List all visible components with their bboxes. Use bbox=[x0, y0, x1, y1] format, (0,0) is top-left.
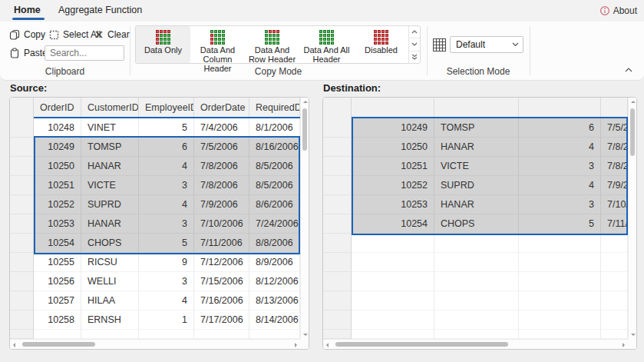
cell[interactable]: 10251 bbox=[34, 176, 81, 195]
cell[interactable]: 4 bbox=[139, 195, 194, 214]
cell[interactable]: 10252 bbox=[352, 176, 434, 195]
cell[interactable]: 10250 bbox=[34, 157, 81, 176]
row-header-cell[interactable] bbox=[323, 157, 352, 176]
cell[interactable]: 10253 bbox=[352, 195, 434, 214]
cell[interactable]: 7/10/2006 bbox=[194, 214, 249, 234]
row-header-cell[interactable] bbox=[10, 291, 34, 311]
cell[interactable]: 3 bbox=[139, 272, 194, 291]
cell[interactable]: SUPRD bbox=[434, 176, 519, 195]
cell[interactable]: 6 bbox=[519, 118, 601, 138]
cell[interactable]: 8/6/2006 bbox=[249, 195, 300, 214]
cell[interactable]: HILAA bbox=[81, 291, 139, 311]
column-header-empty[interactable] bbox=[601, 98, 628, 118]
cell[interactable]: 8/5/2006 bbox=[249, 157, 300, 176]
cell[interactable]: 10258 bbox=[34, 311, 81, 330]
cell[interactable]: TOMSP bbox=[434, 118, 519, 138]
vertical-scrollbar-thumb[interactable] bbox=[630, 108, 635, 156]
cell[interactable]: 4 bbox=[139, 291, 194, 311]
row-header-cell[interactable] bbox=[323, 118, 352, 138]
column-header-customerid[interactable]: CustomerID bbox=[81, 98, 139, 118]
cell[interactable]: 7/9/2006 bbox=[601, 176, 628, 195]
row-header-cell[interactable] bbox=[10, 234, 34, 253]
cell[interactable]: 4 bbox=[519, 138, 601, 157]
horizontal-scrollbar-thumb[interactable] bbox=[335, 342, 508, 347]
column-header-empty[interactable] bbox=[519, 98, 601, 118]
row-header-cell[interactable] bbox=[10, 272, 34, 291]
row-header-cell[interactable] bbox=[323, 195, 352, 214]
cell[interactable]: 8/1/2006 bbox=[249, 118, 300, 138]
row-header-cell[interactable] bbox=[10, 176, 34, 195]
clear-button[interactable]: Clear bbox=[93, 27, 131, 42]
cell[interactable]: ERNSH bbox=[81, 311, 139, 330]
cell[interactable]: 5 bbox=[139, 234, 194, 253]
cell[interactable]: HANAR bbox=[81, 214, 139, 234]
cell[interactable]: 3 bbox=[519, 157, 601, 176]
horizontal-scrollbar-thumb[interactable] bbox=[22, 342, 95, 347]
cell[interactable]: VINET bbox=[81, 118, 139, 138]
vertical-scrollbar-thumb[interactable] bbox=[302, 108, 307, 151]
cell[interactable]: TOMSP bbox=[81, 138, 139, 157]
horizontal-scrollbar[interactable] bbox=[10, 339, 300, 349]
column-header-orderdate[interactable]: OrderDate bbox=[194, 98, 249, 118]
cell[interactable]: 7/10/2006 bbox=[601, 195, 628, 214]
gallery-scroll-down-button[interactable] bbox=[409, 38, 420, 51]
cell[interactable]: 6 bbox=[139, 138, 194, 157]
cell[interactable]: 10253 bbox=[34, 214, 81, 234]
row-header-cell[interactable] bbox=[10, 138, 34, 157]
cell[interactable]: 10251 bbox=[352, 157, 434, 176]
cell[interactable]: 7/8/2006 bbox=[194, 157, 249, 176]
vertical-scrollbar[interactable] bbox=[300, 98, 309, 339]
cell[interactable]: 10252 bbox=[34, 195, 81, 214]
cell[interactable]: 7/11/2006 bbox=[601, 214, 628, 234]
cell[interactable]: 10250 bbox=[352, 138, 434, 157]
cell[interactable]: 1 bbox=[139, 311, 194, 330]
row-header-corner[interactable] bbox=[323, 98, 352, 118]
column-header-empty[interactable] bbox=[352, 98, 434, 118]
cell[interactable]: HANAR bbox=[81, 157, 139, 176]
row-header-cell[interactable] bbox=[10, 118, 34, 138]
row-header-cell[interactable] bbox=[323, 138, 352, 157]
scroll-left-arrow[interactable] bbox=[13, 343, 15, 347]
scroll-up-arrow[interactable] bbox=[303, 101, 308, 103]
cell[interactable]: CHOPS bbox=[434, 214, 519, 234]
cell[interactable]: 3 bbox=[139, 176, 194, 195]
scroll-right-arrow[interactable] bbox=[295, 343, 297, 347]
cell[interactable]: 7/8/2006 bbox=[194, 176, 249, 195]
cell[interactable]: 10248 bbox=[34, 118, 81, 138]
copy-mode-item-data-only[interactable]: Data Only bbox=[136, 26, 190, 63]
about-button[interactable]: About bbox=[599, 4, 637, 18]
cell[interactable]: 5 bbox=[139, 118, 194, 138]
column-header-employeeid[interactable]: EmployeeID bbox=[139, 98, 194, 118]
cell[interactable]: 7/8/2006 bbox=[601, 157, 628, 176]
horizontal-scrollbar[interactable] bbox=[323, 339, 628, 349]
cell[interactable]: 4 bbox=[139, 157, 194, 176]
cell[interactable]: 7/5/2006 bbox=[194, 138, 249, 157]
gallery-scroll-up-button[interactable] bbox=[409, 26, 420, 38]
cell[interactable]: 8/9/2006 bbox=[249, 253, 300, 272]
cell[interactable]: HANAR bbox=[434, 195, 519, 214]
copy-button[interactable]: Copy bbox=[8, 27, 47, 42]
cell[interactable]: 9 bbox=[139, 253, 194, 272]
cell[interactable]: 7/5/2006 bbox=[601, 118, 628, 138]
cell[interactable]: 10249 bbox=[34, 138, 81, 157]
cell[interactable]: VICTE bbox=[434, 157, 519, 176]
cell[interactable]: 3 bbox=[519, 195, 601, 214]
cell[interactable]: 10256 bbox=[34, 272, 81, 291]
scroll-down-arrow[interactable] bbox=[631, 334, 636, 336]
scroll-down-arrow[interactable] bbox=[303, 334, 308, 336]
cell[interactable]: 7/11/2006 bbox=[194, 234, 249, 253]
copy-mode-item-column-header[interactable]: Data And Column Header bbox=[190, 26, 245, 63]
copy-mode-item-row-header[interactable]: Data And Row Header bbox=[245, 26, 299, 63]
column-header-empty[interactable] bbox=[434, 98, 519, 118]
vertical-scrollbar[interactable] bbox=[628, 98, 636, 339]
row-header-cell[interactable] bbox=[10, 157, 34, 176]
cell[interactable]: 8/5/2006 bbox=[249, 176, 300, 195]
row-header-cell[interactable] bbox=[10, 311, 34, 330]
row-header-corner[interactable] bbox=[10, 98, 34, 118]
cell[interactable]: 8/8/2006 bbox=[249, 234, 300, 253]
row-header-cell[interactable] bbox=[10, 195, 34, 214]
cell[interactable]: 7/16/2006 bbox=[194, 291, 249, 311]
cell[interactable]: HANAR bbox=[434, 138, 519, 157]
cell[interactable]: 7/12/2006 bbox=[194, 253, 249, 272]
scroll-up-arrow[interactable] bbox=[631, 101, 636, 103]
